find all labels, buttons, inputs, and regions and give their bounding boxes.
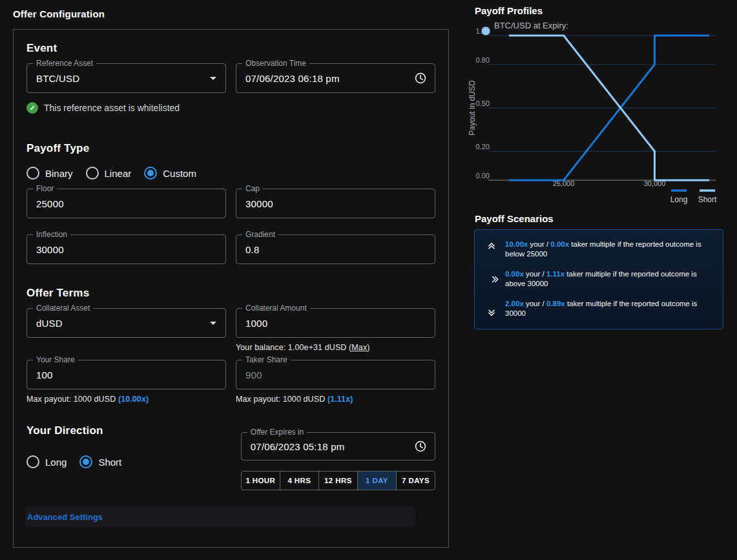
double-chevron-right-icon: [483, 273, 501, 286]
inflection-input[interactable]: Inflection 30000: [26, 234, 226, 264]
reference-asset-value: BTC/USD: [36, 73, 79, 84]
duration-4-hrs-button[interactable]: 4 HRS: [280, 471, 319, 490]
scenario-connector: your /: [524, 270, 546, 278]
advanced-settings-link[interactable]: Advanced Settings: [27, 512, 103, 522]
your-share-cell: Your Share 100 Max payout: 1000 dUSD (10…: [26, 360, 226, 404]
advanced-settings-accordion[interactable]: Advanced Settings: [25, 506, 415, 527]
double-chevron-down-icon: [485, 300, 498, 318]
collateral-asset-cell: Collateral Asset dUSD: [26, 308, 226, 338]
taker-share-cell: Taker Share 900 Max payout: 1000 dUSD (1…: [236, 360, 435, 404]
y-axis-title: Payout in dUSD: [468, 80, 477, 136]
radio-circle-icon: [26, 167, 39, 180]
observation-time-input[interactable]: Observation Time 07/06/2023 06:18 pm: [236, 63, 435, 93]
duration-12-hrs-button[interactable]: 12 HRS: [318, 471, 358, 490]
inflection-gradient-row: Inflection 30000 Gradient 0.8: [26, 234, 435, 264]
scenario-text: 2.00x your / 0.89x taker multiple if the…: [505, 299, 697, 318]
clock-icon[interactable]: [413, 439, 428, 454]
offer-expires-input[interactable]: Offer Expires in 07/06/2023 05:18 pm: [241, 432, 435, 461]
duration-7-days-button[interactable]: 7 DAYS: [396, 471, 435, 490]
reference-asset-select[interactable]: Reference Asset BTC/USD: [26, 63, 226, 93]
your-share-helper-text: Max payout: 1000 dUSD: [26, 395, 118, 404]
your-share-multiple: (10.00x): [118, 395, 149, 404]
scenario-row-above-cap: 0.00x your / 1.11x taker multiple if the…: [485, 269, 712, 289]
taker-share-input[interactable]: Taker Share 900: [236, 360, 435, 389]
radio-custom[interactable]: Custom: [144, 167, 196, 180]
floor-value: 25000: [36, 198, 64, 209]
y-tick-label: 0.20: [476, 143, 490, 150]
y-tick-label: 0.00: [476, 172, 490, 180]
payoff-type-heading: Payoff Type: [26, 142, 435, 155]
balance-helper-text: Your balance: 1.00e+31 dUSD (: [236, 343, 351, 352]
scenario-connector: your /: [524, 300, 546, 307]
observation-time-value: 07/06/2023 06:18 pm: [245, 73, 340, 84]
clock-icon[interactable]: [413, 70, 428, 86]
taker-multiple: 0.00x: [550, 240, 569, 248]
double-chevron-up-icon: [485, 240, 498, 259]
event-heading: Event: [26, 42, 435, 55]
taker-multiple: 0.89x: [546, 300, 565, 307]
collateral-amount-input[interactable]: Collateral Amount 1000: [236, 308, 435, 338]
cap-label: Cap: [242, 184, 263, 193]
collateral-asset-value: dUSD: [36, 318, 63, 329]
taker-share-label: Taker Share: [242, 355, 291, 364]
shares-row: Your Share 100 Max payout: 1000 dUSD (10…: [26, 360, 435, 404]
radio-linear[interactable]: Linear: [86, 167, 132, 180]
balance-helper-suffix: ): [367, 343, 369, 352]
y-tick-label: 0.50: [476, 99, 490, 107]
right-column: Payoff Profiles BTC/USD at Expiry: 0.000…: [468, 0, 733, 560]
collateral-asset-label: Collateral Asset: [33, 304, 93, 313]
radio-short-label: Short: [98, 457, 121, 468]
your-direction-section: Your Direction Long Short Offer Expires …: [26, 424, 435, 490]
your-direction-heading: Your Direction: [26, 424, 231, 437]
balance-helper: Your balance: 1.00e+31 dUSD (Max): [236, 343, 435, 352]
direction-radio-group: Long Short: [26, 455, 231, 469]
collateral-asset-select[interactable]: Collateral Asset dUSD: [26, 308, 226, 338]
radio-long[interactable]: Long: [26, 455, 67, 468]
max-link[interactable]: Max: [351, 343, 367, 352]
radio-binary-label: Binary: [45, 168, 73, 179]
chevron-down-icon: [210, 77, 216, 80]
legend-label-long: Long: [670, 195, 688, 204]
duration-button-group: 1 HOUR 4 HRS 12 HRS 1 DAY 7 DAYS: [241, 471, 435, 490]
your-share-input[interactable]: Your Share 100: [26, 360, 226, 389]
duration-1-day-button[interactable]: 1 DAY: [357, 471, 397, 490]
y-tick-label: 0.80: [476, 56, 490, 64]
whitelist-note-row: This reference asset is whitelisted: [26, 101, 435, 114]
offer-expires-value: 07/06/2023 05:18 pm: [251, 441, 345, 452]
gradient-input[interactable]: Gradient 0.8: [236, 234, 435, 264]
your-share-label: Your Share: [33, 355, 78, 364]
scenario-row-at-inflection: 2.00x your / 0.89x taker multiple if the…: [485, 299, 712, 318]
collateral-amount-cell: Collateral Amount 1000 Your balance: 1.0…: [236, 308, 435, 352]
radio-long-label: Long: [45, 457, 67, 468]
floor-label: Floor: [33, 184, 57, 193]
legend-label-short: Short: [698, 195, 717, 204]
radio-linear-label: Linear: [105, 168, 132, 179]
gradient-value: 0.8: [245, 244, 259, 255]
gradient-label: Gradient: [242, 230, 278, 239]
maker-multiple: 2.00x: [505, 300, 524, 307]
floor-cap-row: Floor 25000 Cap 30000: [26, 189, 435, 218]
app-root: Offer Configuration Event Reference Asse…: [0, 0, 737, 560]
payoff-profiles-chart: 0.000.200.500.801.0025,00030,000Payout i…: [468, 26, 720, 213]
scenario-row-below-floor: 10.00x your / 0.00x taker multiple if th…: [485, 240, 712, 259]
offer-terms-heading: Offer Terms: [26, 287, 435, 300]
radio-short[interactable]: Short: [79, 455, 121, 468]
check-circle-icon: [26, 102, 38, 114]
observation-time-label: Observation Time: [242, 59, 309, 68]
radio-custom-label: Custom: [163, 168, 196, 179]
scenario-text: 0.00x your / 1.11x taker multiple if the…: [505, 269, 697, 289]
radio-circle-icon: [86, 167, 99, 180]
payoff-type-radio-group: Binary Linear Custom: [26, 166, 435, 180]
payoff-profiles-title: Payoff Profiles: [475, 5, 543, 16]
floor-input[interactable]: Floor 25000: [26, 189, 226, 218]
expiry-slider-label: BTC/USD at Expiry:: [494, 21, 568, 30]
taker-share-value: 900: [245, 369, 262, 380]
reference-asset-label: Reference Asset: [33, 59, 96, 68]
cap-input[interactable]: Cap 30000: [236, 189, 435, 218]
direction-left-col: Your Direction Long Short: [26, 424, 231, 469]
duration-1-hour-button[interactable]: 1 HOUR: [241, 471, 280, 490]
expiry-slider-thumb[interactable]: [481, 26, 490, 36]
your-share-value: 100: [36, 369, 53, 380]
radio-binary[interactable]: Binary: [26, 167, 73, 180]
event-fields-row: Reference Asset BTC/USD Observation Time…: [26, 63, 435, 93]
